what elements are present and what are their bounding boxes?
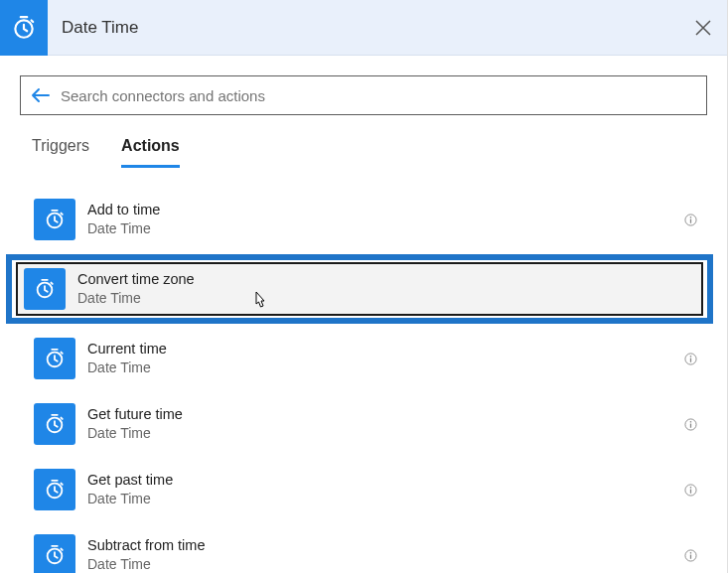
action-text: Current time Date Time: [75, 341, 675, 375]
info-button[interactable]: [675, 353, 705, 365]
tab-actions[interactable]: Actions: [121, 137, 180, 168]
connector-panel: Date Time Triggers Actions: [0, 0, 728, 573]
svg-point-16: [689, 486, 691, 488]
info-icon: [684, 353, 697, 365]
actions-list: Add to time Date Time Convert time zone …: [20, 187, 707, 573]
action-add-to-time[interactable]: Add to time Date Time: [20, 187, 707, 252]
action-subtitle: Date Time: [87, 425, 675, 442]
clock-icon: [34, 469, 75, 510]
action-text: Get past time Date Time: [75, 472, 675, 506]
action-subtitle: Date Time: [87, 491, 675, 507]
clock-icon: [34, 338, 75, 379]
svg-point-8: [689, 355, 691, 357]
clock-icon: [34, 534, 75, 573]
action-subtitle: Date Time: [87, 359, 675, 376]
svg-point-20: [689, 551, 691, 553]
action-text: Convert time zone Date Time: [66, 271, 701, 306]
panel-header: Date Time: [0, 0, 727, 56]
info-icon: [684, 484, 697, 497]
action-title: Get future time: [87, 406, 675, 423]
action-title: Current time: [87, 341, 675, 358]
clock-icon: [11, 15, 37, 41]
action-subtitle: Date Time: [87, 556, 675, 573]
action-text: Get future time Date Time: [75, 406, 675, 441]
action-get-future-time[interactable]: Get future time Date Time: [20, 391, 707, 457]
svg-rect-13: [689, 423, 690, 427]
search-box[interactable]: [20, 75, 707, 115]
action-current-time[interactable]: Current time Date Time: [20, 326, 707, 391]
svg-rect-21: [689, 554, 690, 558]
svg-rect-4: [689, 218, 690, 222]
panel-title: Date Time: [48, 18, 679, 38]
search-back-button[interactable]: [31, 85, 51, 105]
svg-point-3: [689, 215, 691, 217]
action-subtitle: Date Time: [77, 290, 701, 307]
svg-rect-17: [689, 489, 690, 493]
close-button[interactable]: [679, 0, 727, 56]
svg-point-12: [689, 420, 691, 422]
clock-icon: [34, 199, 75, 240]
tab-triggers[interactable]: Triggers: [32, 137, 89, 168]
info-icon: [684, 214, 697, 226]
clock-icon: [34, 403, 75, 445]
info-button[interactable]: [675, 549, 705, 562]
panel-body: Triggers Actions Add to time Date Time: [0, 56, 727, 573]
tabs: Triggers Actions: [20, 137, 707, 169]
info-icon: [684, 549, 697, 562]
highlighted-action: Convert time zone Date Time: [6, 254, 713, 324]
close-icon: [694, 19, 712, 37]
action-text: Subtract from time Date Time: [75, 537, 675, 572]
info-button[interactable]: [675, 214, 705, 226]
info-button[interactable]: [675, 484, 705, 497]
action-subtract-from-time[interactable]: Subtract from time Date Time: [20, 522, 707, 573]
info-icon: [684, 418, 697, 431]
svg-rect-9: [689, 358, 690, 361]
search-input[interactable]: [61, 87, 696, 104]
action-title: Subtract from time: [87, 537, 675, 554]
info-button[interactable]: [675, 418, 705, 431]
action-subtitle: Date Time: [87, 220, 675, 237]
action-text: Add to time Date Time: [75, 202, 675, 236]
clock-icon: [24, 268, 66, 310]
connector-icon: [0, 0, 48, 56]
arrow-left-icon: [31, 87, 51, 103]
action-convert-time-zone[interactable]: Convert time zone Date Time: [16, 262, 703, 316]
action-title: Convert time zone: [77, 271, 701, 288]
action-get-past-time[interactable]: Get past time Date Time: [20, 457, 707, 522]
action-title: Add to time: [87, 202, 675, 218]
action-title: Get past time: [87, 472, 675, 489]
